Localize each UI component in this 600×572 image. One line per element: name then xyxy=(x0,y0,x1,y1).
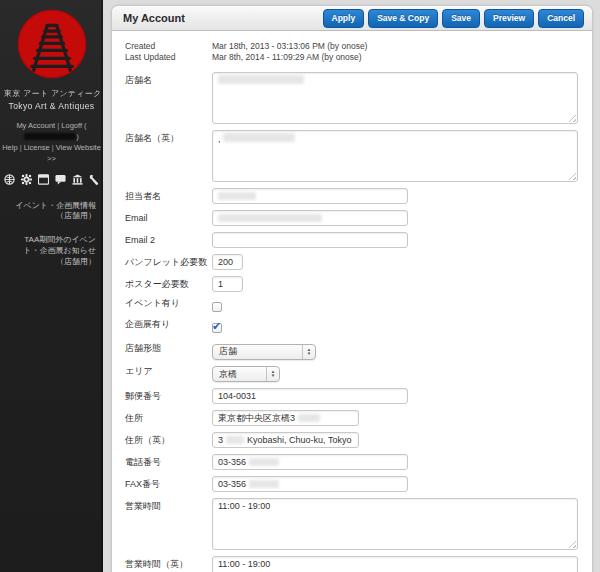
logoff-link[interactable]: Logoff ( xyxy=(61,121,86,130)
pamphlet-count-input[interactable]: 200 xyxy=(212,254,243,270)
sidebar-nav: イベント・企画展情報（店舗用） TAA期間外のイベント・企画展お知らせ（店舗用） xyxy=(0,201,103,268)
building-icon[interactable] xyxy=(72,174,83,185)
separator: | xyxy=(20,143,22,152)
shop-name-en-textarea[interactable]: , xyxy=(212,130,578,182)
license-link[interactable]: License xyxy=(24,143,50,152)
redacted-username xyxy=(24,133,76,140)
sidebar-item-taa-offseason[interactable]: TAA期間外のイベント・企画展お知らせ（店舗用） xyxy=(10,235,96,267)
page-title: My Account xyxy=(123,12,185,24)
quick-icons xyxy=(0,174,103,185)
has-event-checkbox[interactable] xyxy=(212,302,222,312)
postal-code-label: 郵便番号 xyxy=(125,388,212,404)
shop-type-label: 店舗形態 xyxy=(125,340,212,360)
sidebar: 東京 アート アンティーク Tokyo Art & Antiques My Ac… xyxy=(0,0,103,572)
shop-type-select[interactable]: 店舗▲▼ xyxy=(212,344,316,360)
help-link[interactable]: Help xyxy=(2,143,17,152)
redacted-text xyxy=(218,192,256,200)
postal-code-value: 104-0031 xyxy=(218,391,256,401)
hours-en-label: 営業時間（英） xyxy=(125,556,212,572)
my-account-link[interactable]: My Account xyxy=(16,121,55,130)
select-arrows-icon: ▲▼ xyxy=(266,367,279,381)
contact-name-input[interactable] xyxy=(212,188,408,204)
pamphlet-count-value: 200 xyxy=(218,257,233,267)
main-area: My Account Apply Save & Copy Save Previe… xyxy=(103,0,600,572)
hours-textarea[interactable]: 11:00 - 19:00 xyxy=(212,498,578,550)
address-en-label: 住所（英） xyxy=(125,432,212,448)
has-event-label: イベント有り xyxy=(125,298,212,316)
last-updated-value: Mar 8th, 2014 - 11:09:29 AM (by onose) xyxy=(212,52,362,63)
address-value: 東京都中央区京橋3 xyxy=(218,412,295,425)
form-body: CreatedMar 18th, 2013 - 03:13:06 PM (by … xyxy=(112,31,592,572)
preview-button[interactable]: Preview xyxy=(484,9,534,28)
fax-label: FAX番号 xyxy=(125,476,212,492)
poster-count-input[interactable]: 1 xyxy=(212,276,243,292)
phone-value: 03-356 xyxy=(218,457,246,467)
tools-icon[interactable] xyxy=(89,174,100,185)
redacted-text xyxy=(218,214,322,222)
separator: | xyxy=(57,121,59,130)
view-website-link[interactable]: View Website >> xyxy=(47,143,101,163)
save-and-copy-button[interactable]: Save & Copy xyxy=(368,9,438,28)
logoff-link-close[interactable]: ) xyxy=(76,132,79,141)
has-exhibition-label: 企画展有り xyxy=(125,319,212,337)
redacted-text xyxy=(249,480,279,488)
has-exhibition-checkbox[interactable] xyxy=(212,323,222,333)
redacted-text xyxy=(249,458,279,466)
address-label: 住所 xyxy=(125,410,212,426)
address-en-prefix: 3 xyxy=(218,435,223,445)
phone-label: 電話番号 xyxy=(125,454,212,470)
brand-title-en: Tokyo Art & Antiques xyxy=(3,101,101,111)
poster-count-label: ポスター必要数 xyxy=(125,276,212,292)
taa-bridge-logo xyxy=(0,8,103,84)
hours-en-textarea[interactable]: 11:00 - 19:00 xyxy=(212,556,578,572)
email-input[interactable] xyxy=(212,210,408,226)
postal-code-input[interactable]: 104-0031 xyxy=(212,388,408,404)
poster-count-value: 1 xyxy=(218,279,223,289)
comment-icon[interactable] xyxy=(55,174,66,185)
account-links: My Account | Logoff () Help | License | … xyxy=(0,121,103,165)
hours-en-value: 11:00 - 19:00 xyxy=(218,559,270,569)
redacted-text xyxy=(298,414,320,422)
address-en-input[interactable]: 3Kyobashi, Chuo-ku, Tokyo xyxy=(212,432,359,448)
hours-label: 営業時間 xyxy=(125,498,212,550)
shop-name-textarea[interactable] xyxy=(212,72,578,124)
cancel-button[interactable]: Cancel xyxy=(538,9,584,28)
phone-input[interactable]: 03-356 xyxy=(212,454,408,470)
select-arrows-icon: ▲▼ xyxy=(302,345,315,359)
shop-name-label: 店舗名 xyxy=(125,72,212,124)
shop-type-value: 店舗 xyxy=(213,345,302,358)
separator: | xyxy=(52,143,54,152)
brand-title-jp: 東京 アート アンティーク xyxy=(4,88,99,99)
redacted-text xyxy=(218,75,304,84)
apply-button[interactable]: Apply xyxy=(323,9,365,28)
my-account-panel: My Account Apply Save & Copy Save Previe… xyxy=(112,6,592,572)
save-button[interactable]: Save xyxy=(442,9,480,28)
shop-name-en-label: 店舗名（英） xyxy=(125,130,212,182)
last-updated-label: Last Updated xyxy=(125,52,212,63)
created-label: Created xyxy=(125,41,212,52)
action-buttons: Apply Save & Copy Save Preview Cancel xyxy=(323,9,584,28)
created-value: Mar 18th, 2013 - 03:13:06 PM (by onose) xyxy=(212,41,367,52)
fax-input[interactable]: 03-356 xyxy=(212,476,408,492)
record-meta: CreatedMar 18th, 2013 - 03:13:06 PM (by … xyxy=(125,41,578,63)
hours-value: 11:00 - 19:00 xyxy=(218,501,270,511)
email2-input[interactable] xyxy=(212,232,408,248)
globe-icon[interactable] xyxy=(4,174,15,185)
address-en-suffix: Kyobashi, Chuo-ku, Tokyo xyxy=(247,435,351,445)
area-value: 京橋 xyxy=(213,368,266,381)
shop-name-en-value: , xyxy=(218,134,221,144)
gear-icon[interactable] xyxy=(21,174,32,185)
area-select[interactable]: 京橋▲▼ xyxy=(212,366,280,382)
redacted-text xyxy=(223,133,295,142)
panel-header: My Account Apply Save & Copy Save Previe… xyxy=(112,6,592,31)
redacted-text xyxy=(226,436,244,444)
area-label: エリア xyxy=(125,363,212,383)
fax-value: 03-356 xyxy=(218,479,246,489)
email2-label: Email 2 xyxy=(125,232,212,248)
window-icon[interactable] xyxy=(38,174,49,185)
email-label: Email xyxy=(125,210,212,226)
address-input[interactable]: 東京都中央区京橋3 xyxy=(212,410,359,426)
pamphlet-count-label: パンフレット必要数 xyxy=(125,254,212,270)
sidebar-item-event-info[interactable]: イベント・企画展情報（店舗用） xyxy=(10,201,96,223)
contact-name-label: 担当者名 xyxy=(125,188,212,204)
